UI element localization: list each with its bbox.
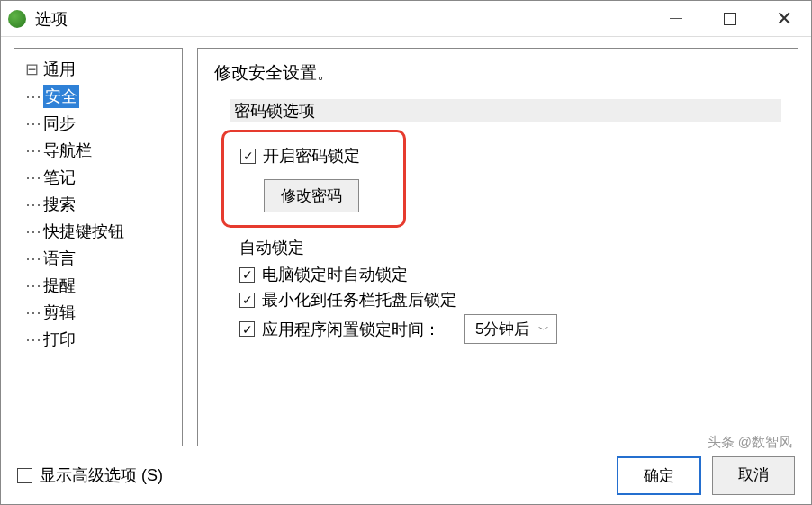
lock-on-computer-lock-label: 电脑锁定时自动锁定 — [262, 264, 408, 285]
ok-button[interactable]: 确定 — [617, 456, 701, 495]
cancel-button[interactable]: 取消 — [712, 456, 795, 495]
lock-on-computer-lock-row[interactable]: 电脑锁定时自动锁定 — [239, 264, 781, 285]
close-button[interactable]: ✕ — [757, 1, 811, 37]
sidebar-item-general[interactable]: ⊟通用 — [14, 56, 182, 83]
sidebar-item-security[interactable]: ⋯安全 — [14, 83, 182, 110]
enable-password-lock-label: 开启密码锁定 — [263, 145, 360, 167]
footer-buttons: 确定 取消 — [617, 456, 795, 495]
change-password-button[interactable]: 修改密码 — [264, 179, 359, 212]
show-advanced-row[interactable]: 显示高级选项 (S) — [17, 464, 163, 486]
lock-on-minimize-row[interactable]: 最小化到任务栏托盘后锁定 — [239, 289, 781, 311]
options-window: 选项 ✕ ⊟通用 ⋯安全 ⋯同步 ⋯导航栏 ⋯笔记 ⋯搜索 ⋯快捷键按钮 ⋯语言… — [0, 0, 812, 505]
checkbox-icon[interactable] — [239, 267, 255, 283]
checkbox-icon[interactable] — [239, 321, 255, 337]
sidebar: ⊟通用 ⋯安全 ⋯同步 ⋯导航栏 ⋯笔记 ⋯搜索 ⋯快捷键按钮 ⋯语言 ⋯提醒 … — [14, 48, 183, 446]
sidebar-item-clip[interactable]: ⋯剪辑 — [14, 299, 182, 326]
sidebar-item-sync[interactable]: ⋯同步 — [14, 110, 182, 137]
enable-password-lock-row[interactable]: 开启密码锁定 — [240, 145, 387, 167]
sidebar-item-language[interactable]: ⋯语言 — [14, 245, 182, 272]
sidebar-item-search[interactable]: ⋯搜索 — [14, 191, 182, 218]
titlebar: 选项 ✕ — [1, 1, 811, 37]
checkbox-icon[interactable] — [17, 468, 32, 483]
lock-on-idle-row[interactable]: 应用程序闲置锁定时间： 5分钟后 ﹀ — [239, 314, 781, 344]
content-panel: 修改安全设置。 密码锁选项 开启密码锁定 修改密码 自动锁定 电脑锁定时自动锁定… — [197, 48, 798, 446]
highlight-box: 开启密码锁定 修改密码 — [221, 130, 406, 228]
body-area: ⊟通用 ⋯安全 ⋯同步 ⋯导航栏 ⋯笔记 ⋯搜索 ⋯快捷键按钮 ⋯语言 ⋯提醒 … — [1, 37, 811, 446]
minimize-button[interactable] — [649, 1, 703, 37]
lock-on-minimize-label: 最小化到任务栏托盘后锁定 — [262, 289, 456, 311]
chevron-down-icon: ﹀ — [538, 321, 549, 337]
checkbox-icon[interactable] — [240, 149, 256, 164]
idle-timeout-select[interactable]: 5分钟后 ﹀ — [464, 314, 557, 344]
maximize-button[interactable] — [703, 1, 757, 37]
idle-timeout-value: 5分钟后 — [475, 319, 529, 339]
page-heading: 修改安全设置。 — [214, 61, 781, 85]
window-controls: ✕ — [649, 1, 811, 37]
password-group-label: 密码锁选项 — [230, 99, 781, 122]
auto-lock-label: 自动锁定 — [239, 237, 781, 258]
checkbox-icon[interactable] — [239, 293, 255, 308]
app-icon — [8, 10, 26, 28]
footer: 显示高级选项 (S) 确定 取消 — [1, 446, 811, 504]
sidebar-item-shortcuts[interactable]: ⋯快捷键按钮 — [14, 218, 182, 245]
sidebar-item-notes[interactable]: ⋯笔记 — [14, 164, 182, 191]
sidebar-item-reminder[interactable]: ⋯提醒 — [14, 272, 182, 299]
show-advanced-label: 显示高级选项 (S) — [40, 464, 163, 486]
sidebar-item-nav[interactable]: ⋯导航栏 — [14, 137, 182, 164]
lock-on-idle-label: 应用程序闲置锁定时间： — [262, 319, 440, 340]
sidebar-item-print[interactable]: ⋯打印 — [14, 326, 182, 353]
window-title: 选项 — [35, 8, 68, 30]
